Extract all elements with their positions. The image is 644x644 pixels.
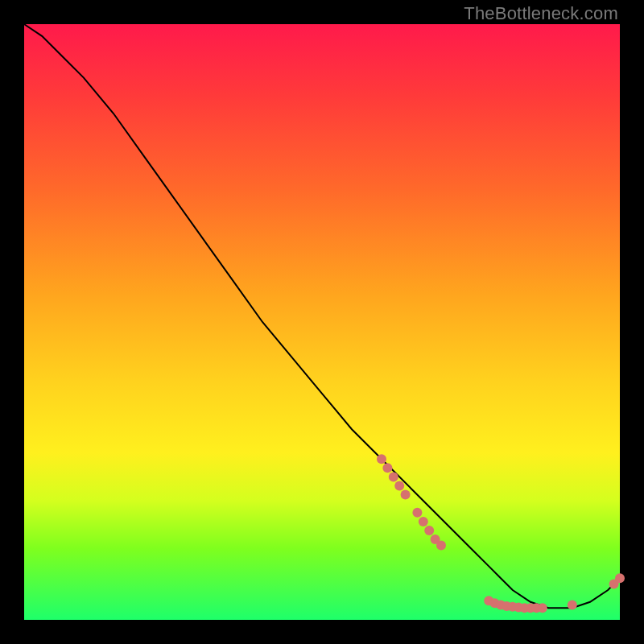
data-point [436, 541, 446, 551]
chart-svg [24, 24, 620, 620]
data-point [424, 526, 434, 535]
chart-frame: TheBottleneck.com [0, 0, 644, 644]
data-point [377, 454, 386, 464]
data-point [394, 481, 404, 491]
watermark-text: TheBottleneck.com [464, 3, 618, 24]
data-point [401, 490, 411, 500]
plot-area [24, 24, 620, 620]
data-point [568, 601, 577, 610]
data-point [538, 603, 547, 613]
data-point [382, 463, 392, 473]
data-point [389, 472, 398, 481]
data-point [419, 517, 428, 526]
bottleneck-curve [24, 24, 620, 608]
data-points [377, 454, 625, 613]
data-point [615, 573, 625, 583]
data-point [412, 508, 422, 518]
